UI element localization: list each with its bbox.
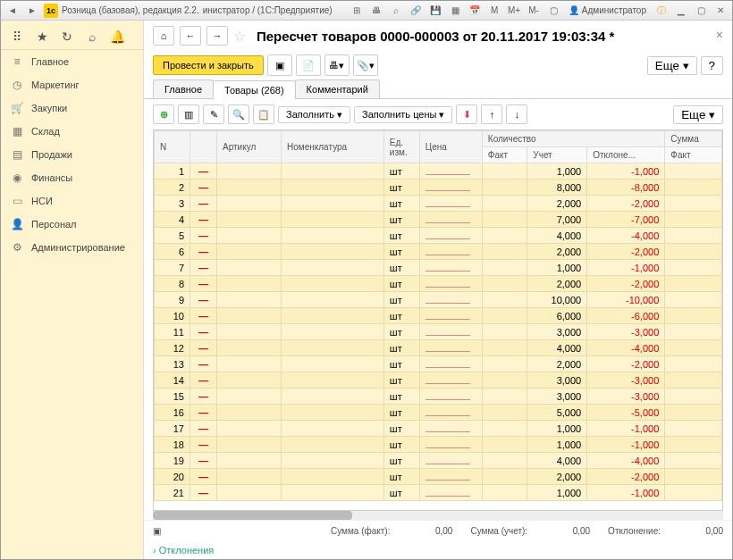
cell-price[interactable] <box>419 372 482 389</box>
cell-price[interactable] <box>419 228 482 244</box>
sidebar-item-0[interactable]: ≡Главное <box>1 50 143 73</box>
cell-fact[interactable] <box>482 228 527 244</box>
tab-goods[interactable]: Товары (268) <box>213 80 296 99</box>
doc-close-button[interactable]: × <box>716 28 723 42</box>
cell-article[interactable] <box>217 308 282 324</box>
cell-fact[interactable] <box>482 163 527 180</box>
cell-article[interactable] <box>217 356 282 372</box>
cell-price[interactable] <box>419 389 482 405</box>
table-row[interactable]: 8—шт2,000-2,000 <box>155 276 722 292</box>
cell-price[interactable] <box>419 244 482 260</box>
cell-price[interactable] <box>419 453 482 469</box>
col-status[interactable] <box>190 131 217 163</box>
table-row[interactable]: 2—шт8,000-8,000 <box>155 180 722 196</box>
print-icon[interactable]: 🖶 <box>368 4 384 18</box>
deviations-toggle[interactable]: › Отклонения <box>144 541 732 559</box>
sidebar-item-8[interactable]: ⚙Администрирование <box>1 236 143 259</box>
cell-fact[interactable] <box>482 469 527 485</box>
cell-price[interactable] <box>419 163 482 180</box>
sidebar-item-4[interactable]: ▤Продажи <box>1 143 143 166</box>
cell-article[interactable] <box>217 292 282 308</box>
cell-article[interactable] <box>217 260 282 276</box>
cell-nomenclature[interactable] <box>282 292 384 308</box>
sidebar-item-2[interactable]: 🛒Закупки <box>1 96 143 120</box>
add-row-button[interactable]: ⊕ <box>153 104 174 124</box>
cell-nomenclature[interactable] <box>282 372 384 389</box>
cell-nomenclature[interactable] <box>282 405 384 421</box>
col-sum[interactable]: Сумма <box>665 131 722 147</box>
cell-price[interactable] <box>419 196 482 212</box>
col-n[interactable]: N <box>155 131 190 163</box>
cell-fact[interactable] <box>482 340 527 356</box>
print-dd-button[interactable]: 🖶▾ <box>324 54 350 76</box>
cell-fact[interactable] <box>482 356 527 372</box>
cell-nomenclature[interactable] <box>282 421 384 437</box>
move-down-button[interactable]: ↓ <box>506 104 527 124</box>
cell-article[interactable] <box>217 340 282 356</box>
search-icon[interactable]: ⌕ <box>388 4 404 18</box>
sidebar-item-5[interactable]: ◉Финансы <box>1 166 143 189</box>
cell-nomenclature[interactable] <box>282 340 384 356</box>
cell-price[interactable] <box>419 437 482 453</box>
cell-article[interactable] <box>217 485 282 501</box>
table-row[interactable]: 10—шт6,000-6,000 <box>155 308 722 324</box>
cell-nomenclature[interactable] <box>282 163 384 180</box>
report-button[interactable]: 📄 <box>296 54 321 76</box>
cell-fact[interactable] <box>482 276 527 292</box>
cell-article[interactable] <box>217 276 282 292</box>
link-icon[interactable]: 🔗 <box>408 4 424 18</box>
cell-nomenclature[interactable] <box>282 180 384 196</box>
fill-prices-dropdown[interactable]: Заполнить цены ▾ <box>354 106 452 123</box>
find-button[interactable]: 🔍 <box>228 104 249 124</box>
save-icon[interactable]: 💾 <box>427 4 443 18</box>
table-row[interactable]: 16—шт5,000-5,000 <box>155 405 722 421</box>
user-label[interactable]: 👤 Администратор <box>565 5 650 15</box>
barcode-button[interactable]: ▥ <box>178 104 199 124</box>
cell-article[interactable] <box>217 324 282 340</box>
cell-price[interactable] <box>419 356 482 372</box>
col-nomenclature[interactable]: Номенклатура <box>282 131 384 163</box>
more-button[interactable]: Еще ▾ <box>647 56 697 75</box>
cell-fact[interactable] <box>482 180 527 196</box>
attach-button[interactable]: 📎▾ <box>353 54 378 76</box>
post-button[interactable]: ▣ <box>267 54 292 76</box>
table-row[interactable]: 5—шт4,000-4,000 <box>155 228 722 244</box>
copy-button[interactable]: 📋 <box>253 104 274 124</box>
footer-icon[interactable]: ▣ <box>153 526 171 536</box>
cell-article[interactable] <box>217 469 282 485</box>
import-button[interactable]: ⬇ <box>456 104 477 124</box>
cell-article[interactable] <box>217 405 282 421</box>
col-price[interactable]: Цена <box>419 131 482 163</box>
cell-fact[interactable] <box>482 389 527 405</box>
m-plus-button[interactable]: М+ <box>506 4 522 18</box>
fill-dropdown[interactable]: Заполнить ▾ <box>278 106 350 123</box>
save-close-button[interactable]: Провести и закрыть <box>153 55 264 75</box>
cell-article[interactable] <box>217 437 282 453</box>
table-row[interactable]: 21—шт1,000-1,000 <box>155 485 722 501</box>
cell-article[interactable] <box>217 372 282 389</box>
nav-back-icon[interactable]: ◄ <box>4 4 21 18</box>
calendar-icon[interactable]: 📅 <box>467 4 483 18</box>
table-row[interactable]: 14—шт3,000-3,000 <box>155 372 722 389</box>
cell-fact[interactable] <box>482 308 527 324</box>
cell-fact[interactable] <box>482 196 527 212</box>
bell-icon[interactable]: 🔔 <box>108 28 126 46</box>
table-row[interactable]: 6—шт2,000-2,000 <box>155 244 722 260</box>
cell-price[interactable] <box>419 292 482 308</box>
favorite-icon[interactable]: ☆ <box>233 28 246 45</box>
cell-nomenclature[interactable] <box>282 356 384 372</box>
table-more-button[interactable]: Еще ▾ <box>673 105 723 124</box>
table-row[interactable]: 13—шт2,000-2,000 <box>155 356 722 372</box>
calc-icon[interactable]: ▦ <box>447 4 463 18</box>
window-icon[interactable]: ▢ <box>545 4 561 18</box>
col-article[interactable]: Артикул <box>217 131 282 163</box>
star-icon[interactable]: ★ <box>33 28 51 46</box>
m-minus-button[interactable]: М- <box>526 4 542 18</box>
table-row[interactable]: 4—шт7,000-7,000 <box>155 212 722 228</box>
tab-main[interactable]: Главное <box>153 79 214 98</box>
cell-price[interactable] <box>419 212 482 228</box>
col-deviation[interactable]: Отклоне... <box>587 147 665 163</box>
cell-nomenclature[interactable] <box>282 244 384 260</box>
table-row[interactable]: 19—шт4,000-4,000 <box>155 453 722 469</box>
cell-price[interactable] <box>419 276 482 292</box>
